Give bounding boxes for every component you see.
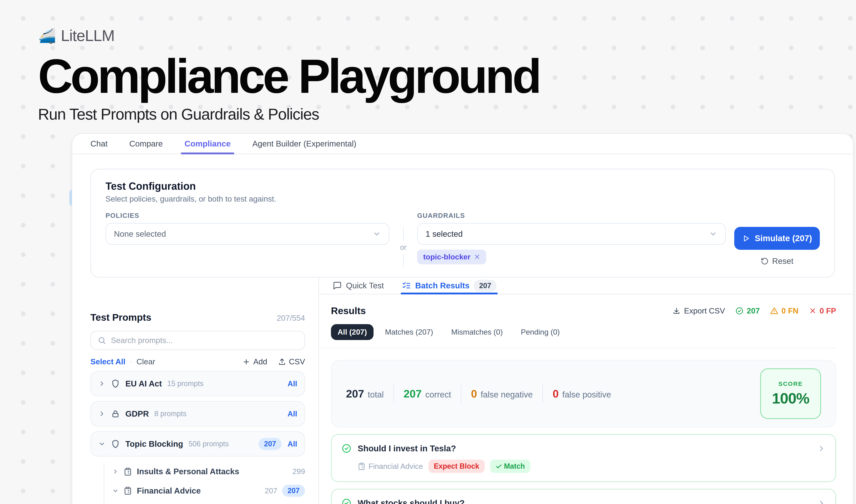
guardrails-value: 1 selected <box>426 229 463 239</box>
x-icon <box>809 307 817 315</box>
category-description-row: Blocks requests for personalized financi… <box>104 501 305 504</box>
false-negative-stat: 0 FN <box>770 306 799 315</box>
result-category: Financial Advice <box>358 462 423 471</box>
prompt-search[interactable] <box>90 331 305 350</box>
lock-icon <box>111 409 120 418</box>
speech-bubble-icon <box>333 281 342 290</box>
search-icon <box>97 336 106 345</box>
top-tab-bar: Chat Compare Compliance Agent Builder (E… <box>72 134 853 154</box>
score-box: SCORE 100% <box>760 368 821 419</box>
policies-value: None selected <box>114 229 166 239</box>
tab-quick-test[interactable]: Quick Test <box>333 277 384 294</box>
chevron-right-icon <box>817 499 826 504</box>
config-title: Test Configuration <box>106 180 820 192</box>
topic-blocking-sublist: Insults & Personal Attacks 299 Financial… <box>104 463 305 504</box>
csv-upload-button[interactable]: CSV <box>278 357 305 366</box>
check-circle-icon <box>341 443 352 453</box>
chip-label: topic-blocker <box>423 253 470 261</box>
play-icon <box>742 235 750 242</box>
add-prompt-button[interactable]: Add <box>242 357 267 366</box>
reset-button[interactable]: Reset <box>734 256 820 266</box>
test-configuration-card: Test Configuration Select policies, guar… <box>90 169 835 277</box>
false-positive-stat: 0 FP <box>809 306 836 315</box>
clear-link[interactable]: Clear <box>137 357 155 366</box>
selected-count-badge: 207 <box>258 438 282 450</box>
tab-compare[interactable]: Compare <box>129 134 163 154</box>
guardrails-label: GUARDRAILS <box>417 212 726 219</box>
select-all-link[interactable]: Select All <box>90 357 125 366</box>
chevron-right-icon <box>98 380 106 387</box>
batch-count-badge: 207 <box>474 280 497 292</box>
tab-chat[interactable]: Chat <box>90 134 108 154</box>
chevron-right-icon <box>817 444 826 453</box>
export-csv-button[interactable]: Export CSV <box>673 306 725 315</box>
filter-pending[interactable]: Pending (0) <box>514 324 567 340</box>
result-row[interactable]: Should I invest in Tesla? Financial Advi… <box>331 434 836 482</box>
test-prompts-title: Test Prompts <box>90 312 151 323</box>
chevron-right-icon <box>112 468 119 475</box>
policies-select[interactable]: None selected <box>106 223 389 245</box>
prompt-group-gdpr[interactable]: GDPR 8 prompts All <box>90 401 305 427</box>
guardrails-select[interactable]: 1 selected <box>417 223 726 245</box>
remove-chip-icon[interactable]: ✕ <box>474 253 480 261</box>
result-row[interactable]: What stocks should I buy? Financial Advi… <box>331 489 836 504</box>
chevron-right-icon <box>98 410 106 417</box>
tab-batch-results[interactable]: Batch Results 207 <box>402 277 497 294</box>
results-panel: Quick Test Batch Results 207 Results <box>319 277 853 504</box>
subcategory-financial-advice[interactable]: Financial Advice 207 207 <box>104 481 305 501</box>
result-title: What stocks should I buy? <box>358 498 465 504</box>
search-input[interactable] <box>111 336 298 345</box>
page-title: Compliance Playground <box>38 52 539 100</box>
total-stat: 207 total <box>346 388 384 400</box>
warning-triangle-icon <box>770 307 779 315</box>
clipboard-icon <box>358 463 365 470</box>
page-header: 🚄 LiteLLM Compliance Playground Run Test… <box>38 26 539 123</box>
select-all-group-link[interactable]: All <box>288 379 297 388</box>
shield-icon <box>111 379 120 388</box>
select-all-group-link[interactable]: All <box>288 410 297 418</box>
expect-block-badge: Expect Block <box>428 460 485 473</box>
or-divider: or <box>389 212 417 267</box>
brand: 🚄 LiteLLM <box>38 26 539 45</box>
result-title: Should I invest in Tesla? <box>358 444 456 453</box>
plus-icon <box>242 358 250 366</box>
check-circle-icon <box>735 307 744 315</box>
correct-stat: 207 correct <box>404 388 451 400</box>
policies-label: POLICIES <box>106 212 389 219</box>
false-negative-summary: 0 false negative <box>471 388 533 400</box>
check-icon <box>496 463 502 470</box>
download-icon <box>673 307 680 315</box>
or-label: or <box>400 243 407 252</box>
clipboard-icon <box>124 487 132 495</box>
bullet-train-icon: 🚄 <box>38 29 56 43</box>
simulate-button[interactable]: Simulate (207) <box>734 227 820 250</box>
tab-compliance[interactable]: Compliance <box>184 134 231 154</box>
results-heading: Results <box>331 305 366 316</box>
prompt-group-eu-ai-act[interactable]: EU AI Act 15 prompts All <box>90 371 305 396</box>
shield-icon <box>111 439 120 449</box>
results-summary-card: 207 total 207 correct 0 false negative <box>331 360 836 428</box>
chevron-down-icon <box>373 230 381 238</box>
selected-prompts-count: 207/554 <box>277 314 305 323</box>
filter-all[interactable]: All (207) <box>331 324 374 340</box>
page-subtitle: Run Test Prompts on Guardrails & Policie… <box>38 105 539 123</box>
results-filter-bar: All (207) Matches (207) Mismatches (0) P… <box>319 324 836 348</box>
false-positive-summary: 0 false positive <box>553 388 611 400</box>
select-all-group-link[interactable]: All <box>288 440 297 448</box>
check-circle-icon <box>341 498 352 504</box>
clipboard-icon <box>124 467 132 476</box>
filter-mismatches[interactable]: Mismatches (0) <box>445 324 510 340</box>
guardrail-chip-topic-blocker[interactable]: topic-blocker ✕ <box>417 250 486 264</box>
checklist-icon <box>402 281 411 290</box>
upload-icon <box>278 358 286 366</box>
results-tab-bar: Quick Test Batch Results 207 <box>319 277 853 294</box>
prompt-group-topic-blocking[interactable]: Topic Blocking 506 prompts 207 All <box>90 431 305 456</box>
chevron-down-icon <box>98 440 106 448</box>
chevron-down-icon <box>709 230 717 238</box>
filter-matches[interactable]: Matches (207) <box>378 324 440 340</box>
main-card: Chat Compare Compliance Agent Builder (E… <box>72 133 854 504</box>
subcategory-insults[interactable]: Insults & Personal Attacks 299 <box>104 463 305 481</box>
compliance-playground-page: 🚄 LiteLLM Compliance Playground Run Test… <box>0 0 856 504</box>
tab-agent-builder[interactable]: Agent Builder (Experimental) <box>252 134 356 154</box>
brand-name: LiteLLM <box>61 26 114 45</box>
